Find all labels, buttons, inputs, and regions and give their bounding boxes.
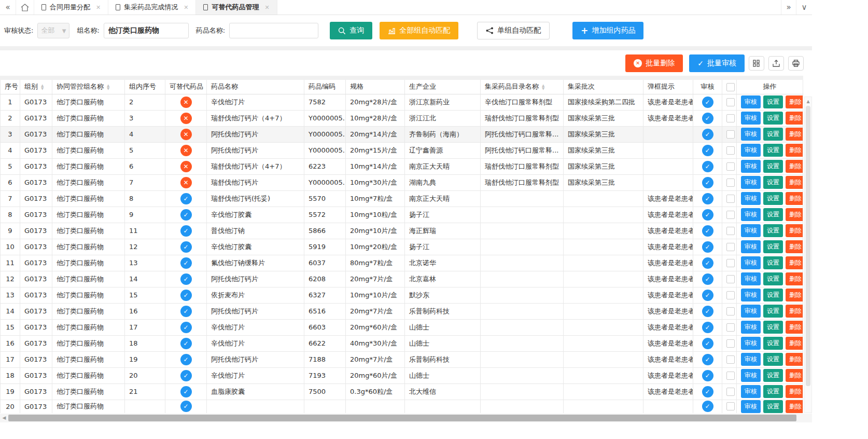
row-delete-button[interactable]: 删除	[786, 192, 803, 205]
export-button[interactable]	[768, 56, 784, 71]
scroll-up-icon[interactable]: ▲	[805, 97, 811, 104]
row-review-button[interactable]: 审核	[741, 144, 761, 157]
row-setting-button[interactable]: 设置	[763, 385, 783, 398]
group-name-input[interactable]	[104, 23, 189, 38]
close-tab-icon[interactable]: ✕	[96, 4, 101, 11]
row-delete-button[interactable]: 删除	[786, 353, 803, 366]
tabs-scroll-right-icon[interactable]: »	[781, 0, 796, 15]
row-review-button[interactable]: 审核	[741, 305, 761, 318]
search-button[interactable]: 查询	[330, 22, 372, 39]
row-delete-button[interactable]: 删除	[786, 112, 803, 125]
row-delete-button[interactable]: 删除	[786, 272, 803, 285]
tabs-scroll-left-icon[interactable]: «	[0, 0, 16, 15]
row-review-button[interactable]: 审核	[741, 208, 761, 221]
row-review-button[interactable]: 审核	[741, 400, 761, 413]
row-review-button[interactable]: 审核	[741, 289, 761, 301]
row-checkbox[interactable]	[726, 146, 735, 155]
row-checkbox[interactable]	[726, 162, 735, 171]
row-review-button[interactable]: 审核	[741, 272, 761, 285]
row-review-button[interactable]: 审核	[741, 192, 761, 205]
row-delete-button[interactable]: 删除	[786, 95, 803, 108]
vertical-scrollbar[interactable]: ▲	[804, 97, 812, 413]
row-review-button[interactable]: 审核	[741, 369, 761, 382]
row-checkbox[interactable]	[726, 179, 735, 187]
row-checkbox[interactable]	[726, 307, 735, 315]
row-review-button[interactable]: 审核	[741, 337, 761, 350]
tab-replaceable-drug-management[interactable]: 可替代药品管理 ✕	[196, 0, 277, 15]
row-checkbox[interactable]	[726, 402, 735, 410]
row-checkbox[interactable]	[726, 243, 735, 251]
column-settings-button[interactable]	[749, 56, 764, 71]
row-delete-button[interactable]: 删除	[786, 240, 803, 253]
row-delete-button[interactable]: 删除	[786, 160, 803, 173]
row-delete-button[interactable]: 删除	[786, 256, 803, 269]
row-setting-button[interactable]: 设置	[763, 176, 783, 189]
close-tab-icon[interactable]: ✕	[184, 4, 188, 11]
row-setting-button[interactable]: 设置	[763, 128, 783, 141]
horizontal-scroll-thumb[interactable]	[8, 415, 796, 421]
tab-contract-usage[interactable]: 合同用量分配 ✕	[34, 0, 108, 15]
close-tab-icon[interactable]: ✕	[264, 4, 269, 11]
row-setting-button[interactable]: 设置	[763, 224, 783, 237]
row-setting-button[interactable]: 设置	[763, 305, 783, 318]
scroll-left-icon[interactable]: ◀	[0, 415, 8, 420]
row-delete-button[interactable]: 删除	[786, 224, 803, 237]
row-checkbox[interactable]	[726, 98, 735, 106]
row-setting-button[interactable]: 设置	[763, 208, 783, 221]
row-delete-button[interactable]: 删除	[786, 385, 803, 398]
row-checkbox[interactable]	[726, 323, 735, 332]
select-all-checkbox[interactable]	[726, 83, 735, 91]
row-setting-button[interactable]: 设置	[763, 192, 783, 205]
row-setting-button[interactable]: 设置	[763, 112, 783, 125]
row-review-button[interactable]: 审核	[741, 321, 761, 334]
row-delete-button[interactable]: 删除	[786, 305, 803, 318]
row-review-button[interactable]: 审核	[741, 256, 761, 269]
row-checkbox[interactable]	[726, 227, 735, 235]
batch-review-button[interactable]: ✓ 批量审核	[689, 54, 745, 72]
row-delete-button[interactable]: 删除	[786, 337, 803, 350]
row-setting-button[interactable]: 设置	[763, 400, 783, 413]
row-setting-button[interactable]: 设置	[763, 272, 783, 285]
row-checkbox[interactable]	[726, 275, 735, 283]
sort-icon[interactable]: ▲▼	[542, 84, 544, 90]
row-checkbox[interactable]	[726, 291, 735, 299]
row-review-button[interactable]: 审核	[741, 128, 761, 141]
row-delete-button[interactable]: 删除	[786, 400, 803, 413]
drug-name-input[interactable]	[229, 23, 318, 38]
row-delete-button[interactable]: 删除	[786, 144, 803, 157]
review-status-select[interactable]: 全部 ▼	[37, 23, 69, 38]
sort-icon[interactable]: ▲▼	[107, 84, 109, 90]
column-header[interactable]: 组别▲▼	[20, 78, 52, 94]
row-setting-button[interactable]: 设置	[763, 160, 783, 173]
column-header[interactable]: 协同管控组名称▲▼	[52, 78, 125, 94]
row-review-button[interactable]: 审核	[741, 112, 761, 125]
sort-icon[interactable]: ▲▼	[41, 84, 44, 90]
row-review-button[interactable]: 审核	[741, 176, 761, 189]
print-button[interactable]	[788, 56, 804, 71]
horizontal-scrollbar[interactable]: ◀	[0, 414, 812, 422]
row-setting-button[interactable]: 设置	[763, 256, 783, 269]
match-all-groups-button[interactable]: 全部组自动匹配	[380, 22, 458, 39]
batch-delete-button[interactable]: ✕ 批量删除	[625, 54, 683, 72]
row-setting-button[interactable]: 设置	[763, 321, 783, 334]
row-review-button[interactable]: 审核	[741, 95, 761, 108]
row-setting-button[interactable]: 设置	[763, 144, 783, 157]
row-setting-button[interactable]: 设置	[763, 369, 783, 382]
row-checkbox[interactable]	[726, 259, 735, 267]
row-checkbox[interactable]	[726, 195, 735, 203]
row-checkbox[interactable]	[726, 388, 735, 396]
row-setting-button[interactable]: 设置	[763, 240, 783, 253]
row-delete-button[interactable]: 删除	[786, 128, 803, 141]
match-single-group-button[interactable]: 单组自动匹配	[477, 22, 550, 39]
row-setting-button[interactable]: 设置	[763, 353, 783, 366]
row-setting-button[interactable]: 设置	[763, 289, 783, 301]
column-header[interactable]: 集采药品目录名称▲▼	[481, 78, 564, 94]
add-group-drug-button[interactable]: + 增加组内药品	[572, 22, 643, 39]
row-checkbox[interactable]	[726, 114, 735, 122]
row-checkbox[interactable]	[726, 339, 735, 348]
vertical-scroll-thumb[interactable]	[806, 106, 810, 386]
row-delete-button[interactable]: 删除	[786, 289, 803, 301]
tabs-dropdown-icon[interactable]: ∨	[796, 0, 812, 15]
row-review-button[interactable]: 审核	[741, 353, 761, 366]
row-review-button[interactable]: 审核	[741, 385, 761, 398]
